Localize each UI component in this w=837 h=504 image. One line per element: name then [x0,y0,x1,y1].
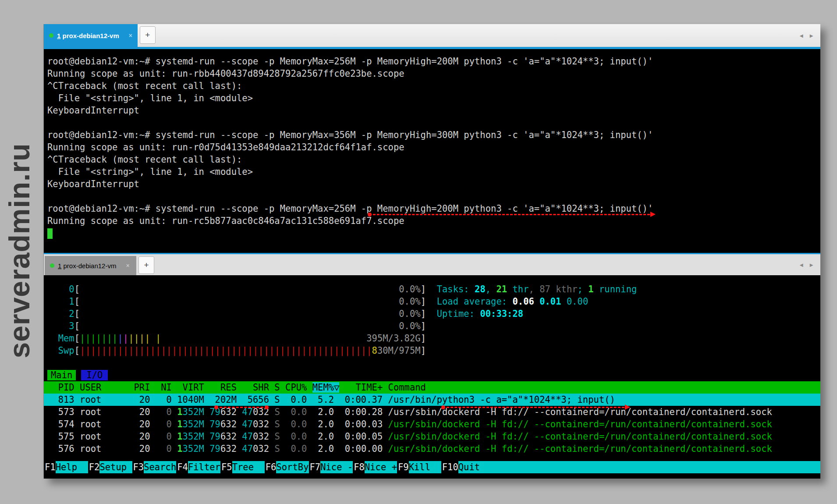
tab-scroll-nav: ◄ ► [798,254,820,275]
fkey-f7[interactable]: F7 [309,461,321,473]
table-header[interactable]: PID USER PRI NI VIRT RES SHR S CPU% MEM%… [44,381,820,394]
terminal-line [44,357,820,369]
swap-meter: Swp[||||||||||||||||||||||||||||||||||||… [44,344,820,357]
terminal-line: File "<string>", line 1, in <module> [44,92,820,104]
terminal-line: ^CTraceback (most recent call last): [44,80,820,92]
fkey-bar-fill [480,461,820,473]
process-row[interactable]: 576 root 20 0 1352M 79632 47032 S 0.0 2.… [44,443,820,455]
terminal-line: root@debian12-vm:~# systemd-run --scope … [44,129,820,141]
fkey-label-f1[interactable]: Help [56,461,88,473]
fkey-f2[interactable]: F2 [88,461,100,473]
fkey-f1[interactable]: F1 [44,461,56,473]
terminal-line [44,117,820,129]
cpu-meter-2: 2[ 0.0%] Uptime: 00:33:28 [44,308,820,320]
process-row[interactable]: 574 root 20 0 1352M 79632 47032 S 0.0 2.… [44,418,820,430]
annotation-underline-command [369,214,654,215]
scroll-right-icon[interactable]: ► [809,262,814,268]
terminal-line: ^CTraceback (most recent call last): [44,153,820,166]
terminal-window: 1 prox-debian12-vm × + ◄ ► root@debian12… [44,24,820,479]
fkey-f5[interactable]: F5 [220,461,232,473]
process-row[interactable]: 813 root 20 0 1040M 202M 5656 S 0.0 5.2 … [44,394,820,406]
terminal-line [44,190,820,202]
fkey-f8[interactable]: F8 [353,461,365,473]
scroll-right-icon[interactable]: ► [809,32,814,39]
terminal-line: Running scope as unit: run-rc5b877aac0c8… [44,215,820,227]
process-row[interactable]: 575 root 20 0 1352M 79632 47032 S 0.0 2.… [44,430,820,443]
fkey-f6[interactable]: F6 [265,461,277,473]
new-tab-button[interactable]: + [138,256,154,274]
screen-tabs[interactable]: MainI/O [44,369,820,381]
fkey-label-f5[interactable]: Tree [232,461,265,473]
fkey-label-f4[interactable]: Filter [188,461,220,473]
fkey-label-f2[interactable]: Setup [99,461,132,473]
tab-prox-debian12-vm[interactable]: 1 prox-debian12-vm × [45,256,136,275]
annotation-underline-res [216,407,267,408]
fkey-label-f10[interactable]: Quit [458,461,480,473]
tab-label: 1 prox-debian12-vm [57,32,119,39]
fkey-label-f9[interactable]: Kill [409,461,441,473]
terminal-line [44,227,820,239]
terminal-line: KeyboardInterrupt [44,178,820,190]
tab-scroll-nav: ◄ ► [798,24,820,47]
scroll-left-icon[interactable]: ◄ [798,32,804,39]
fkey-label-f7[interactable]: Nice - [320,461,353,473]
fkey-label-f3[interactable]: Search [144,461,176,473]
scroll-left-icon[interactable]: ◄ [798,262,804,268]
fkey-f3[interactable]: F3 [132,461,144,473]
function-key-bar: F1Help F2Setup F3SearchF4FilterF5Tree F6… [44,461,820,473]
terminal-line: root@debian12-vm:~# systemd-run --scope … [44,55,820,67]
terminal-line: KeyboardInterrupt [44,104,820,117]
process-row[interactable]: 573 root 20 0 1352M 79632 47032 S 0.0 2.… [44,406,820,418]
tabbar-upper: 1 prox-debian12-vm × + ◄ ► [44,24,820,47]
terminal-line: File "<string>", line 1, in <module> [44,166,820,178]
cpu-meter-3: 3[ 0.0%] [44,320,820,332]
session-status-dot [49,33,53,38]
fkey-f9[interactable]: F9 [397,461,409,473]
terminal-line: Running scope as unit: run-rbb4400437d89… [44,67,820,80]
tabbar-lower: 1 prox-debian12-vm × + ◄ ► [44,253,820,275]
tab-label: 1 prox-debian12-vm [58,262,116,270]
terminal-line: root@debian12-vm:~# systemd-run --scope … [44,202,820,215]
terminal-line: Running scope as unit: run-r0d75d41353e8… [44,141,820,153]
fkey-label-f6[interactable]: SortBy [276,461,309,473]
new-tab-button[interactable]: + [140,26,156,44]
cpu-meter-0: 0[ 0.0%] Tasks: 28, 21 thr, 87 kthr; 1 r… [44,283,820,295]
page: { "watermark": {"text": "serveradmin.ru"… [0,0,837,504]
fkey-f10[interactable]: F10 [441,461,458,473]
tab-prox-debian12-vm[interactable]: 1 prox-debian12-vm × [44,24,138,47]
terminal-cursor [47,228,53,239]
cpu-meter-1: 1[ 0.0%] Load average: 0.06 0.01 0.00 [44,295,820,308]
mem-meter: Mem[||||||||||||| | 395M/3.82G] [44,332,820,344]
close-icon[interactable]: × [126,262,129,269]
annotation-underline-process [443,407,628,408]
terminal-output-shell[interactable]: root@debian12-vm:~# systemd-run --scope … [44,49,820,253]
session-status-dot [50,263,54,268]
watermark: serveradmin.ru [3,143,36,358]
close-icon[interactable]: × [129,32,132,39]
fkey-f4[interactable]: F4 [176,461,188,473]
htop-screen[interactable]: 0[ 0.0%] Tasks: 28, 21 thr, 87 kthr; 1 r… [44,275,820,479]
fkey-label-f8[interactable]: Nice + [365,461,397,473]
